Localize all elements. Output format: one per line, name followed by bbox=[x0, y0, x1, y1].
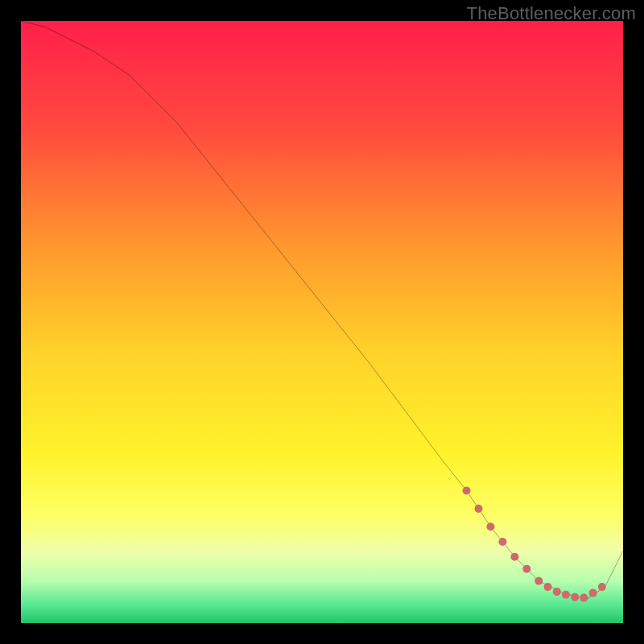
highlight-markers bbox=[463, 486, 606, 601]
highlight-dot bbox=[522, 565, 530, 573]
watermark-text: TheBottlenecker.com bbox=[467, 3, 636, 24]
highlight-dot bbox=[553, 588, 561, 596]
highlight-dot bbox=[474, 505, 482, 513]
curve-overlay bbox=[21, 21, 623, 623]
highlight-dot bbox=[463, 486, 471, 494]
highlight-dot bbox=[486, 522, 494, 530]
highlight-dot bbox=[589, 589, 597, 597]
chart-frame: TheBottlenecker.com bbox=[0, 0, 644, 644]
highlight-dot bbox=[580, 594, 588, 602]
highlight-dot bbox=[498, 538, 506, 546]
highlight-dot bbox=[571, 593, 579, 601]
highlight-dot bbox=[598, 583, 606, 591]
highlight-dot bbox=[510, 553, 518, 561]
highlight-dot bbox=[562, 591, 570, 599]
plot-area bbox=[21, 21, 623, 623]
highlight-dot bbox=[535, 577, 543, 585]
bottleneck-curve bbox=[21, 21, 623, 599]
highlight-dot bbox=[543, 583, 551, 591]
